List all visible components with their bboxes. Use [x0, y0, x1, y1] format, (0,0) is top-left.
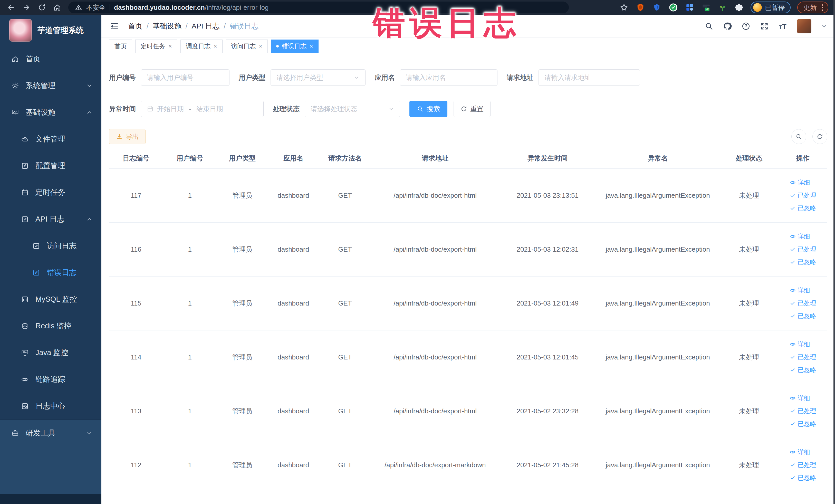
action-label: 详细: [798, 180, 810, 186]
action-label: 详细: [798, 341, 810, 347]
chevron-down-icon: [353, 75, 360, 81]
chevron-up-icon: [86, 109, 93, 116]
tab-schedule-log[interactable]: 调度日志 ×: [180, 40, 223, 53]
sidebar-item-home[interactable]: 首页: [0, 46, 101, 73]
profile-emoji-avatar: [753, 3, 762, 12]
tab-access-log[interactable]: 访问日志 ×: [226, 40, 268, 53]
close-icon[interactable]: ×: [213, 43, 217, 49]
ignored-action-link[interactable]: 已忽略: [790, 313, 816, 319]
detail-action-link[interactable]: 详细: [790, 287, 810, 294]
browser-home-button[interactable]: [50, 2, 64, 13]
sidebar-item-scheduled-jobs[interactable]: 定时任务: [0, 179, 101, 206]
profile-paused-badge[interactable]: 已暂停: [751, 2, 791, 13]
table-body: 1171管理员dashboardGET/api/infra/db-doc/exp…: [109, 168, 827, 492]
sidebar-item-system-mgmt[interactable]: 系统管理: [0, 73, 101, 99]
detail-action-link[interactable]: 详细: [790, 449, 810, 455]
ignored-action-link[interactable]: 已忽略: [790, 205, 816, 211]
refresh-table-button[interactable]: [812, 129, 827, 144]
toggle-search-button[interactable]: [791, 129, 806, 144]
breadcrumb-item[interactable]: 首页: [128, 21, 142, 31]
shield-blue-extension-icon[interactable]: [652, 3, 662, 12]
shield-orange-extension-icon[interactable]: [635, 3, 645, 12]
sidebar-item-api-log[interactable]: API 日志: [0, 206, 101, 233]
request-url-input-field[interactable]: [545, 74, 634, 82]
browser-forward-button[interactable]: [20, 2, 33, 13]
tab-scheduled-jobs[interactable]: 定时任务 ×: [135, 40, 177, 53]
app-name-input[interactable]: [400, 69, 497, 86]
processed-action-link[interactable]: 已处理: [790, 354, 816, 360]
detail-action-link[interactable]: 详细: [790, 395, 810, 401]
window-scrollbar[interactable]: [833, 0, 835, 504]
sidebar-item-java-monitor[interactable]: Java 监控: [0, 339, 101, 366]
processed-action-link[interactable]: 已处理: [790, 246, 816, 253]
close-icon[interactable]: ×: [309, 43, 313, 49]
svg-text:off: off: [706, 8, 709, 11]
search-button-label: 搜索: [427, 104, 440, 114]
date-range-picker[interactable]: 开始日期 - 结束日期: [141, 101, 264, 117]
filter-process-status: 处理状态 请选择处理状态: [273, 101, 400, 117]
grid-extension-icon[interactable]: [685, 3, 695, 12]
avatar-caret-down-icon[interactable]: [821, 23, 827, 29]
fullscreen-button[interactable]: [760, 22, 769, 31]
green-circle-extension-icon[interactable]: [668, 3, 678, 12]
sprout-extension-icon[interactable]: [718, 3, 728, 12]
sidebar-item-log-center[interactable]: 日志中心: [0, 393, 101, 420]
github-link[interactable]: [723, 22, 732, 31]
ignored-action-link[interactable]: 已忽略: [790, 421, 816, 427]
processed-action-link[interactable]: 已处理: [790, 462, 816, 468]
processed-action-link[interactable]: 已处理: [790, 300, 816, 306]
user-type-select[interactable]: 请选择用户类型: [270, 69, 366, 86]
processed-action-link[interactable]: 已处理: [790, 192, 816, 199]
table-row: 1171管理员dashboardGET/api/infra/db-doc/exp…: [109, 168, 827, 222]
process-status-select[interactable]: 请选择处理状态: [305, 101, 400, 117]
filter-user-id: 用户编号: [109, 69, 229, 86]
header-search-button[interactable]: [705, 22, 713, 31]
help-button[interactable]: [741, 22, 750, 31]
user-avatar[interactable]: [797, 19, 811, 33]
browser-update-button[interactable]: 更新: [797, 2, 828, 13]
browser-back-button[interactable]: [4, 2, 18, 13]
app-logo-row[interactable]: 芋道管理系统: [0, 15, 101, 46]
request-url-input[interactable]: [538, 69, 640, 86]
export-button[interactable]: 导出: [109, 129, 145, 144]
end-date-placeholder[interactable]: 结束日期: [196, 104, 223, 114]
sidebar-item-redis-monitor[interactable]: Redis 监控: [0, 313, 101, 339]
app-name-input-field[interactable]: [406, 74, 492, 82]
sidebar-item-label: Java 监控: [36, 348, 68, 358]
off-toggle-extension-icon[interactable]: off: [701, 3, 711, 12]
processed-action-link[interactable]: 已处理: [790, 408, 816, 414]
detail-action-link[interactable]: 详细: [790, 180, 810, 186]
sidebar-item-label: 首页: [26, 54, 41, 64]
breadcrumb-item[interactable]: API 日志: [192, 21, 220, 31]
browser-menu-icon[interactable]: [821, 4, 824, 11]
start-date-placeholder[interactable]: 开始日期: [157, 104, 184, 114]
sidebar-item-infrastructure[interactable]: 基础设施: [0, 99, 101, 126]
sidebar-collapse-button[interactable]: [109, 21, 119, 31]
tab-home[interactable]: 首页: [109, 40, 132, 53]
sidebar-item-error-log[interactable]: 错误日志: [0, 259, 101, 286]
detail-action-link[interactable]: 详细: [790, 341, 810, 347]
search-button[interactable]: 搜索: [409, 101, 447, 117]
sidebar-item-mysql-monitor[interactable]: MySQL 监控: [0, 286, 101, 313]
breadcrumb-item[interactable]: 基础设施: [153, 21, 182, 31]
ignored-action-link[interactable]: 已忽略: [790, 367, 816, 373]
font-size-button[interactable]: TT: [778, 22, 787, 31]
close-icon[interactable]: ×: [259, 43, 262, 49]
sidebar-item-config-mgmt[interactable]: 配置管理: [0, 153, 101, 179]
user-id-input[interactable]: [141, 69, 229, 86]
close-icon[interactable]: ×: [168, 43, 172, 49]
ignored-action-link[interactable]: 已忽略: [790, 259, 816, 265]
puzzle-extensions-icon[interactable]: [734, 3, 744, 12]
bookmark-star-icon[interactable]: [619, 3, 629, 12]
sidebar-item-tracing[interactable]: 链路追踪: [0, 366, 101, 393]
ignored-action-link[interactable]: 已忽略: [790, 475, 816, 481]
detail-action-link[interactable]: 详细: [790, 234, 810, 240]
browser-reload-button[interactable]: [35, 2, 49, 13]
reset-button[interactable]: 重置: [453, 101, 490, 117]
sidebar-item-access-log[interactable]: 访问日志: [0, 233, 101, 259]
filter-label: 异常时间: [109, 104, 136, 114]
sidebar-item-file-mgmt[interactable]: 文件管理: [0, 126, 101, 153]
tab-error-log[interactable]: 错误日志 ×: [271, 40, 319, 53]
user-id-input-field[interactable]: [147, 74, 224, 82]
sidebar-item-dev-tools[interactable]: 研发工具: [0, 420, 101, 446]
